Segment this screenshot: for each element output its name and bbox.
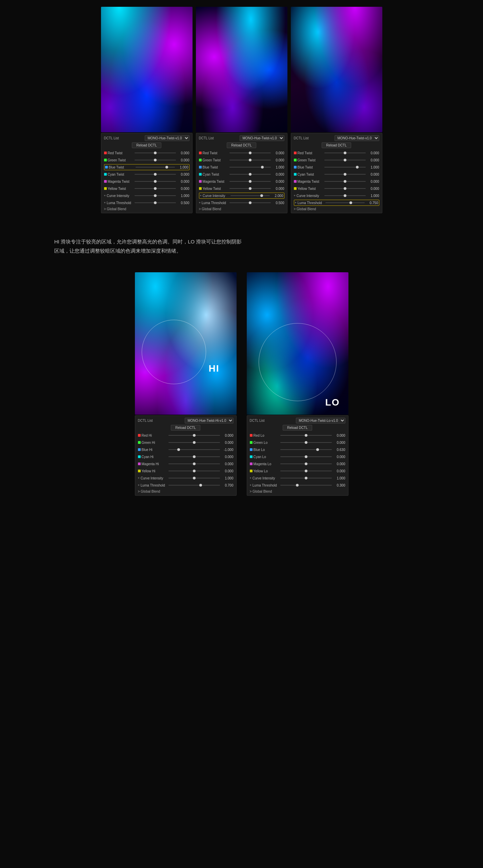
expand-icon[interactable]: + (104, 201, 106, 204)
param-value: 1.000 (271, 165, 284, 169)
param-slider[interactable] (280, 435, 332, 436)
param-slider[interactable] (168, 478, 220, 478)
expand-icon[interactable]: + (250, 484, 251, 487)
circle-overlay-panel_lo (259, 323, 337, 401)
param-label: Red Twist (294, 151, 324, 155)
dctl-select[interactable]: MONO-Hue-Twist-Lo-v1.0 (296, 418, 345, 423)
expand-icon[interactable]: + (250, 476, 251, 480)
param-slider[interactable] (229, 167, 271, 167)
global-blend[interactable]: > Global Blend (250, 490, 345, 493)
param-slider[interactable] (168, 449, 220, 450)
color-swatch (294, 180, 297, 183)
param-slider[interactable] (135, 174, 176, 175)
param-row: + Curve Intensity1.000 (250, 475, 345, 481)
dctl-select[interactable]: MONO-Hue-Twist-Hi-v1.0 (185, 418, 234, 423)
param-label: Green Lo (250, 441, 280, 445)
panel-container-3: DCTL ListMONO-Hue-Twist-v1.0Reload DCTLR… (291, 7, 382, 213)
color-swatch (138, 441, 141, 444)
param-slider[interactable] (229, 153, 271, 153)
param-value: 2.000 (270, 194, 283, 198)
param-value: 0.000 (220, 441, 234, 445)
param-row: Cyan Twist0.000 (104, 171, 189, 177)
param-slider[interactable] (324, 160, 366, 160)
preview-image-2 (196, 7, 287, 132)
param-slider[interactable] (136, 167, 175, 167)
param-slider[interactable] (135, 188, 176, 189)
expand-icon[interactable]: + (104, 194, 106, 197)
dctl-list-label: DCTL List (104, 136, 119, 140)
color-swatch (199, 187, 202, 190)
color-swatch (199, 173, 202, 176)
reload-dctl-button[interactable]: Reload DCTL (283, 425, 312, 431)
description-text: HI 滑块专注于较亮的区域，允许您调整高光的色调。同时，LO 滑块可让您控制阴影… (0, 217, 483, 269)
reload-dctl-button[interactable]: Reload DCTL (322, 142, 351, 148)
param-slider[interactable] (280, 471, 332, 471)
param-row: Red Twist0.000 (104, 150, 189, 156)
param-label: Yellow Lo (250, 469, 280, 473)
param-slider[interactable] (229, 181, 271, 182)
param-slider[interactable] (230, 195, 270, 196)
param-slider[interactable] (280, 478, 332, 478)
param-slider[interactable] (168, 485, 220, 486)
param-slider[interactable] (168, 463, 220, 464)
param-slider[interactable] (168, 456, 220, 457)
dctl-select[interactable]: MONO-Hue-Twist-v1.0 (335, 135, 379, 141)
param-slider[interactable] (135, 181, 176, 182)
dctl-list-label: DCTL List (250, 419, 265, 422)
param-row: Blue Twist1.000 (294, 164, 379, 170)
global-blend[interactable]: > Global Blend (104, 207, 189, 211)
param-slider[interactable] (168, 442, 220, 443)
param-slider[interactable] (135, 202, 176, 203)
param-slider[interactable] (280, 485, 332, 486)
color-swatch (138, 455, 141, 458)
expand-icon[interactable]: + (294, 194, 296, 197)
param-slider[interactable] (229, 174, 271, 175)
param-label: Blue Twist (105, 165, 136, 169)
param-slider[interactable] (280, 456, 332, 457)
reload-dctl-button[interactable]: Reload DCTL (227, 142, 256, 148)
param-slider[interactable] (324, 195, 366, 196)
param-row: Magenta Twist0.000 (294, 178, 379, 184)
global-blend[interactable]: > Global Blend (199, 207, 284, 211)
expand-icon[interactable]: + (138, 484, 140, 487)
param-slider[interactable] (135, 153, 176, 153)
global-blend[interactable]: > Global Blend (138, 490, 234, 493)
reload-dctl-button[interactable]: Reload DCTL (171, 425, 200, 431)
control-panel: DCTL ListMONO-Hue-Twist-v1.0Reload DCTLR… (196, 133, 287, 213)
color-swatch (104, 152, 107, 154)
param-slider[interactable] (229, 188, 271, 189)
param-slider[interactable] (280, 463, 332, 464)
param-label: + Luma Threshold (250, 484, 280, 487)
param-label: Red Lo (250, 434, 280, 437)
reload-dctl-button[interactable]: Reload DCTL (132, 142, 161, 148)
param-slider[interactable] (229, 202, 271, 203)
param-slider[interactable] (135, 160, 176, 160)
param-slider[interactable] (280, 442, 332, 443)
param-label: Yellow Hi (138, 469, 168, 473)
param-slider[interactable] (168, 435, 220, 436)
param-slider[interactable] (168, 471, 220, 471)
dctl-list-label: DCTL List (138, 419, 153, 422)
expand-icon[interactable]: + (138, 476, 140, 480)
dctl-select[interactable]: MONO-Hue-Twist-v1.0 (240, 135, 284, 141)
param-label: Red Twist (199, 151, 229, 155)
param-label: Cyan Twist (294, 173, 324, 176)
global-blend[interactable]: > Global Blend (294, 207, 379, 211)
param-slider[interactable] (324, 174, 366, 175)
param-slider[interactable] (324, 153, 366, 153)
param-slider[interactable] (324, 181, 366, 182)
param-slider[interactable] (324, 167, 366, 167)
param-slider[interactable] (229, 160, 271, 160)
param-label: Green Twist (104, 158, 135, 162)
param-row: Yellow Twist0.000 (199, 185, 284, 192)
expand-icon[interactable]: + (295, 201, 297, 204)
param-slider[interactable] (280, 449, 332, 450)
dctl-select[interactable]: MONO-Hue-Twist-v1.0 (145, 135, 189, 141)
param-slider[interactable] (135, 195, 176, 196)
param-slider[interactable] (325, 202, 365, 203)
param-row: Yellow Twist0.000 (294, 185, 379, 192)
expand-icon[interactable]: + (200, 194, 202, 197)
expand-icon[interactable]: + (199, 201, 201, 204)
param-row: Magenta Hi0.000 (138, 461, 234, 467)
param-slider[interactable] (324, 188, 366, 189)
